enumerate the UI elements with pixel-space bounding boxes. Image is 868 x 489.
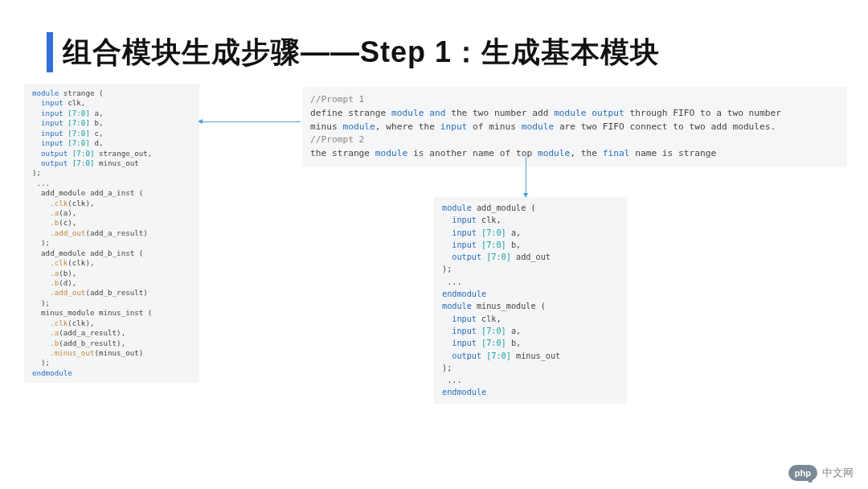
code-line: .b(d),	[32, 278, 193, 288]
code-line: input clk,	[442, 313, 620, 325]
watermark-text: 中文网	[822, 466, 854, 480]
code-line: );	[442, 263, 620, 275]
code-line: input [7:0] b,	[32, 118, 193, 128]
right-code-block: module add_module ( input clk, input [7:…	[434, 197, 627, 404]
code-line: .clk(clk),	[32, 318, 193, 328]
prompt-text: are two FIFO connect to two add modules.	[554, 121, 776, 132]
code-line: add_module add_a_inst (	[32, 188, 193, 198]
code-line: .add_out(add_b_result)	[32, 288, 193, 298]
code-line: module minus_module (	[442, 300, 620, 312]
title-accent	[47, 32, 53, 72]
slide-title-bar: 组合模块生成步骤——Step 1：生成基本模块	[0, 0, 868, 84]
prompt-keyword: final	[603, 148, 630, 158]
code-line: output [7:0] minus_out	[32, 158, 193, 168]
prompt-text: define strange	[310, 108, 391, 118]
code-line: input [7:0] b,	[442, 337, 620, 349]
code-line: output [7:0] add_out	[442, 251, 620, 263]
code-line: endmodule	[442, 288, 620, 300]
watermark: php 中文网	[788, 465, 854, 481]
prompt-keyword: input	[440, 121, 468, 132]
code-line: input clk,	[32, 98, 193, 108]
code-line: );	[32, 168, 193, 178]
code-line: ...	[32, 179, 193, 188]
watermark-badge: php	[788, 465, 817, 481]
code-line: .b(c),	[32, 218, 193, 228]
code-line: output [7:0] minus_out	[442, 350, 620, 362]
prompt-keyword: module output	[554, 108, 624, 118]
slide-title: 组合模块生成步骤——Step 1：生成基本模块	[63, 33, 660, 72]
code-line: input [7:0] a,	[442, 325, 620, 337]
code-line: );	[32, 358, 193, 368]
code-line: ...	[442, 374, 620, 386]
code-line: input [7:0] a,	[442, 227, 620, 239]
code-line: );	[32, 298, 193, 308]
code-line: .a(a),	[32, 208, 193, 218]
code-line: .clk(clk),	[32, 199, 193, 208]
prompt-text: is another name of top	[407, 148, 538, 158]
code-line: input [7:0] c,	[32, 129, 193, 138]
code-line: input [7:0] d,	[32, 138, 193, 148]
arrow-down	[526, 158, 526, 194]
prompt-text: name is strange	[629, 148, 716, 158]
code-line: .a(b),	[32, 269, 193, 278]
arrow-left	[202, 121, 301, 122]
code-line: module strange (	[32, 88, 193, 98]
code-line: .clk(clk),	[32, 258, 193, 268]
prompt-text: the strange	[310, 148, 375, 158]
code-line: .add_out(add_a_result)	[32, 228, 193, 238]
code-line: );	[32, 238, 193, 248]
code-line: .minus_out(minus_out)	[32, 348, 193, 358]
code-line: );	[442, 362, 620, 374]
code-line: input clk,	[442, 214, 620, 226]
code-line: add_module add_b_inst (	[32, 249, 193, 258]
code-line: module add_module (	[442, 202, 620, 214]
prompt-text: , the	[570, 148, 602, 158]
code-line: .b(add_b_result),	[32, 339, 193, 348]
prompt-text: minus	[310, 121, 342, 132]
prompt-box: //Prompt 1 define strange module and the…	[302, 87, 847, 167]
prompt-text: the two number add	[445, 108, 554, 118]
prompt-comment: //Prompt 1	[310, 94, 364, 105]
code-line: ...	[442, 276, 620, 288]
code-line: endmodule	[442, 386, 620, 398]
prompt-text: , where the	[375, 121, 440, 132]
prompt-keyword: module	[522, 121, 554, 132]
code-line: input [7:0] a,	[32, 109, 193, 118]
left-code-block: module strange ( input clk, input [7:0] …	[24, 84, 199, 383]
code-line: .a(add_a_result),	[32, 328, 193, 338]
code-line: input [7:0] b,	[442, 239, 620, 251]
prompt-keyword: module	[375, 148, 407, 158]
code-line: minus_module minus_inst (	[32, 308, 193, 318]
prompt-keyword: module and	[391, 108, 445, 118]
code-line: endmodule	[32, 368, 193, 378]
prompt-text: of minus	[467, 121, 521, 132]
prompt-comment: //Prompt 2	[310, 134, 364, 145]
prompt-text: through FIFO to a two number	[624, 108, 781, 118]
code-line: output [7:0] strange_out,	[32, 149, 193, 158]
prompt-keyword: module	[538, 148, 570, 158]
prompt-keyword: module	[342, 121, 375, 132]
